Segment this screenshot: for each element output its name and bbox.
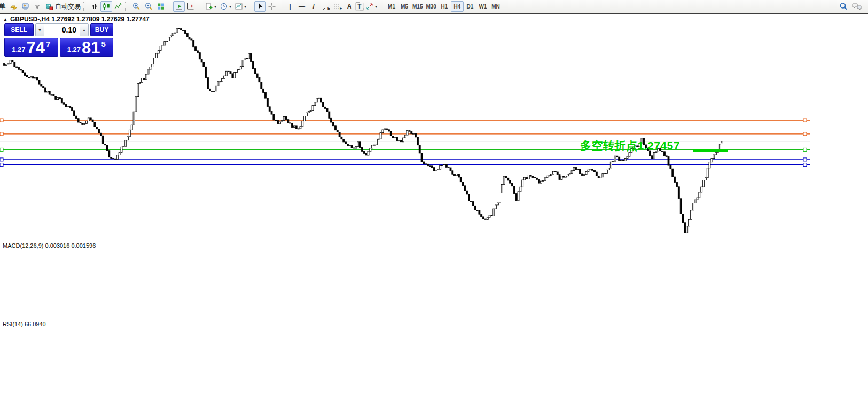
signal-icon bbox=[33, 2, 42, 11]
pivot-highlight-segment[interactable] bbox=[693, 149, 728, 152]
label-tool-icon: T bbox=[357, 3, 361, 10]
equidistant-channel-tool[interactable]: E bbox=[319, 1, 332, 12]
terminal-button[interactable] bbox=[20, 1, 32, 12]
candlestick-icon bbox=[102, 2, 111, 11]
candlestick-chart-button[interactable] bbox=[100, 1, 112, 12]
sell-price-main: 74 bbox=[26, 41, 44, 56]
line-chart-button[interactable] bbox=[112, 1, 124, 12]
timeframe-button-M5[interactable]: M5 bbox=[398, 1, 411, 12]
timeframe-button-M15[interactable]: M15 bbox=[411, 1, 424, 12]
gold-ingot-icon bbox=[10, 2, 18, 11]
search-icon bbox=[839, 2, 848, 11]
autotrading-button[interactable]: 自动交易 bbox=[43, 1, 82, 12]
buy-button-label: BUY bbox=[95, 26, 108, 34]
timeframe-button-M1[interactable]: M1 bbox=[385, 1, 398, 12]
zoom-out-icon bbox=[144, 2, 153, 11]
toolbar-separator bbox=[168, 2, 171, 11]
top-toolbar: 单 自动交易 ▾ ▾ ▾ | — / E F A T ▾ M1M5M15M30H… bbox=[0, 0, 868, 14]
vertical-line-icon: | bbox=[289, 3, 291, 10]
rsi-indicator-label: RSI(14) 66.0940 bbox=[3, 321, 46, 327]
buy-price-main: 81 bbox=[82, 41, 100, 56]
toolbar-separator bbox=[125, 2, 129, 11]
timeframe-toolbar: M1M5M15M30H1H4D1W1MN bbox=[385, 1, 502, 12]
buy-price-prefix: 1.27 bbox=[67, 45, 81, 53]
bar-chart-button[interactable] bbox=[89, 1, 100, 12]
toolbar-separator bbox=[249, 2, 253, 11]
autotrading-robot-icon bbox=[45, 2, 53, 11]
crosshair-button[interactable] bbox=[266, 1, 278, 12]
volume-increase-button[interactable]: ▲ bbox=[80, 24, 88, 36]
horizontal-line-icon: — bbox=[299, 3, 305, 10]
dropdown-caret-icon: ▾ bbox=[229, 4, 231, 9]
buy-price-tile[interactable]: 1.27815 bbox=[60, 38, 114, 57]
chat-button[interactable] bbox=[850, 1, 864, 12]
channel-e-label: E bbox=[327, 6, 330, 10]
market-depth-button[interactable] bbox=[8, 1, 20, 12]
sell-price-pip: 7 bbox=[46, 40, 50, 49]
chart-shift-button[interactable] bbox=[185, 1, 197, 12]
toolbar-separator bbox=[380, 2, 384, 11]
signals-button[interactable] bbox=[32, 1, 43, 12]
sell-button[interactable]: SELL bbox=[4, 23, 34, 36]
volume-spinner: ▼ 0.10 ▲ bbox=[35, 23, 89, 36]
timeframe-button-MN[interactable]: MN bbox=[489, 1, 502, 12]
toolbar-separator bbox=[279, 2, 283, 11]
dropdown-caret-icon: ▾ bbox=[214, 4, 216, 9]
auto-scroll-button[interactable] bbox=[173, 1, 185, 12]
sell-button-label: SELL bbox=[11, 26, 27, 34]
periods-button[interactable]: ▾ bbox=[218, 1, 233, 12]
collapse-triangle-icon[interactable]: ▲ bbox=[3, 17, 7, 22]
clock-icon bbox=[220, 2, 228, 11]
sell-price-tile[interactable]: 1.27747 bbox=[4, 38, 58, 57]
chat-bubbles-icon bbox=[851, 2, 862, 11]
templates-button[interactable]: ▾ bbox=[233, 1, 248, 12]
line-chart-icon bbox=[114, 2, 122, 11]
arrows-tool[interactable]: ▾ bbox=[364, 1, 379, 12]
new-order-label: 单 bbox=[0, 2, 6, 11]
tile-windows-button[interactable] bbox=[155, 1, 167, 12]
auto-scroll-icon bbox=[175, 2, 183, 11]
zoom-out-button[interactable] bbox=[143, 1, 155, 12]
up-arrow-icon: ▲ bbox=[82, 28, 86, 32]
text-tool[interactable]: A bbox=[343, 1, 355, 12]
buy-button[interactable]: BUY bbox=[90, 23, 113, 36]
toolbar-separator bbox=[83, 2, 87, 11]
autotrading-label: 自动交易 bbox=[55, 2, 81, 11]
bar-chart-icon bbox=[90, 2, 99, 11]
terminal-icon bbox=[21, 2, 30, 11]
tile-windows-icon bbox=[157, 2, 165, 11]
new-order-button[interactable]: 单 bbox=[0, 1, 8, 12]
search-button[interactable] bbox=[838, 1, 850, 12]
timeframe-button-H1[interactable]: H1 bbox=[438, 1, 451, 12]
fibo-f-label: F bbox=[340, 6, 342, 10]
trendline-tool[interactable]: / bbox=[308, 1, 319, 12]
timeframe-button-W1[interactable]: W1 bbox=[476, 1, 489, 12]
dropdown-caret-icon: ▾ bbox=[375, 4, 377, 9]
new-chart-button[interactable]: ▾ bbox=[203, 1, 218, 12]
volume-input[interactable]: 0.10 bbox=[44, 24, 80, 36]
one-click-trading-panel: SELL ▼ 0.10 ▲ BUY 1.27747 1.27815 bbox=[4, 23, 113, 57]
zoom-in-icon bbox=[132, 2, 141, 11]
timeframe-button-D1[interactable]: D1 bbox=[464, 1, 476, 12]
timeframe-button-H4[interactable]: H4 bbox=[451, 1, 464, 12]
cursor-button[interactable] bbox=[254, 1, 266, 12]
crosshair-icon bbox=[268, 2, 276, 11]
text-label-tool[interactable]: T bbox=[355, 2, 364, 11]
arrows-icon bbox=[365, 2, 374, 11]
fibonacci-tool[interactable]: F bbox=[332, 1, 343, 12]
horizontal-line-tool[interactable]: — bbox=[296, 1, 308, 12]
chart-shift-icon bbox=[186, 2, 195, 11]
vertical-line-tool[interactable]: | bbox=[284, 1, 296, 12]
symbol-header: ▲ GBPUSD-,H4 1.27692 1.27809 1.27629 1.2… bbox=[3, 15, 150, 23]
trendline-icon: / bbox=[312, 3, 314, 10]
volume-decrease-button[interactable]: ▼ bbox=[36, 24, 44, 36]
zoom-in-button[interactable] bbox=[130, 1, 143, 12]
timeframe-button-M30[interactable]: M30 bbox=[424, 1, 437, 12]
chart-canvas[interactable] bbox=[0, 0, 868, 410]
down-arrow-icon: ▼ bbox=[38, 28, 42, 32]
toolbar-separator bbox=[198, 2, 201, 11]
symbol-ohlc-text: GBPUSD-,H4 1.27692 1.27809 1.27629 1.277… bbox=[10, 15, 150, 23]
pivot-annotation-text[interactable]: 多空转折点1.27457 bbox=[580, 138, 680, 153]
template-icon bbox=[234, 2, 243, 11]
new-chart-icon bbox=[205, 2, 213, 11]
